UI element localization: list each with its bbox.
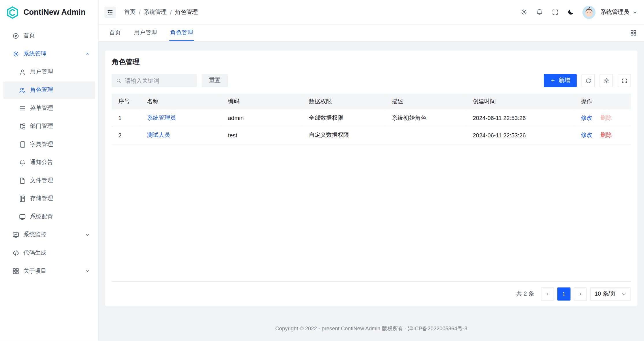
sidebar-item[interactable]: 系统管理: [3, 45, 95, 62]
add-button[interactable]: 新增: [544, 74, 577, 87]
pagination: 共 2 条 1 10 条/页: [112, 287, 631, 301]
sidebar-item[interactable]: 关于项目: [3, 262, 95, 280]
column-header: 数据权限: [302, 94, 385, 109]
bell-icon: [536, 9, 543, 16]
home-icon: [12, 32, 19, 39]
apps-icon: [12, 268, 19, 274]
search-icon: [116, 78, 122, 84]
sidebar-item[interactable]: 文件管理: [3, 172, 95, 189]
sidebar-item-label: 关于项目: [23, 267, 47, 275]
sidebar-item[interactable]: 字典管理: [3, 136, 95, 153]
sidebar-item-label: 系统配置: [30, 213, 53, 220]
user-icon: [19, 69, 26, 75]
toolbar-actions: 新增: [544, 74, 631, 87]
page-title: 角色管理: [112, 57, 631, 67]
tab-label: 用户管理: [134, 29, 157, 37]
sidebar-item[interactable]: 部门管理: [3, 118, 95, 135]
copyright-text: Copyright © 2022 - present ContiNew Admi…: [275, 325, 467, 332]
sidebar-item[interactable]: 通知公告: [3, 154, 95, 171]
logo[interactable]: ContiNew Admin: [0, 0, 98, 25]
sidebar-item[interactable]: 代码生成: [3, 244, 95, 261]
page-size-value: 10 条/页: [595, 290, 616, 298]
tabs: 首页 用户管理 角色管理: [103, 25, 199, 41]
roles-table: 序号 名称 编码 数据权限 描述 创建时间: [112, 94, 631, 282]
sidebar-item[interactable]: 系统监控: [3, 226, 95, 244]
refresh-icon: [585, 78, 591, 84]
dark-mode-button[interactable]: [563, 5, 577, 19]
book-icon: [19, 141, 26, 148]
column-settings-button[interactable]: [600, 74, 613, 87]
breadcrumb-item[interactable]: 角色管理: [175, 8, 198, 16]
file-icon: [19, 177, 26, 184]
column-header: 创建时间: [466, 94, 574, 109]
cell-name: 系统管理员: [140, 109, 221, 127]
role-name-link[interactable]: 系统管理员: [147, 114, 176, 121]
tab-actions-button[interactable]: [628, 25, 638, 41]
apps-icon: [630, 30, 637, 36]
column-header: 名称: [140, 94, 221, 109]
table-fullscreen-button[interactable]: [618, 74, 631, 87]
avatar[interactable]: [582, 5, 595, 19]
fullscreen-icon: [621, 78, 627, 84]
page-size-select[interactable]: 10 条/页: [590, 287, 631, 301]
topbar-actions: 系统管理员: [517, 5, 637, 19]
refresh-button[interactable]: [582, 74, 595, 87]
column-header: 描述: [385, 94, 466, 109]
delete-action[interactable]: 删除: [600, 114, 612, 121]
sidebar-item[interactable]: 系统配置: [3, 208, 95, 225]
code-icon: [12, 249, 19, 256]
sidebar-item-label: 系统管理: [23, 50, 47, 58]
sidebar-item[interactable]: 首页: [3, 27, 95, 45]
tab[interactable]: 首页: [103, 25, 127, 41]
table-row[interactable]: 2 测试人员 test 自定义数据权限 2024-06-11 22:53:26 …: [112, 127, 631, 144]
sidebar-item-label: 部门管理: [30, 123, 53, 130]
chevron-up-icon: [85, 51, 90, 56]
notifications-button[interactable]: [532, 5, 546, 19]
cell-created: 2024-06-11 22:53:26: [466, 109, 574, 127]
settings-icon: [603, 78, 609, 84]
search-box: [112, 74, 197, 87]
cell-index: 1: [112, 109, 141, 127]
add-button-label: 新增: [558, 77, 570, 84]
menu-fold-button[interactable]: [104, 6, 116, 18]
sidebar: ContiNew Admin 首页 系统管理 用户管理: [0, 0, 99, 341]
cell-code: test: [221, 127, 302, 144]
breadcrumb-separator: /: [139, 9, 141, 16]
edit-action[interactable]: 修改: [581, 114, 592, 121]
current-page-button[interactable]: 1: [557, 287, 570, 301]
monitor-icon: [12, 231, 19, 238]
tab[interactable]: 用户管理: [127, 25, 164, 41]
sidebar-item[interactable]: 菜单管理: [3, 99, 95, 117]
user-name[interactable]: 系统管理员: [600, 8, 629, 16]
sidebar-item[interactable]: 存储管理: [3, 190, 95, 207]
sidebar-item-label: 用户管理: [30, 68, 53, 76]
sidebar-item-label: 代码生成: [23, 249, 47, 257]
content-area: 角色管理 重置 新增: [99, 42, 644, 341]
chevron-down-icon: [632, 10, 637, 14]
settings-icon: [12, 50, 19, 57]
column-header: 序号: [112, 94, 141, 109]
list-icon: [19, 105, 26, 112]
sidebar-item[interactable]: 用户管理: [3, 63, 95, 81]
storage-icon: [19, 195, 26, 202]
tab[interactable]: 角色管理: [164, 25, 200, 41]
chevron-down-icon: [85, 232, 90, 237]
table-row[interactable]: 1 系统管理员 admin 全部数据权限 系统初始角色 2024-06-11 2…: [112, 109, 631, 127]
breadcrumb-item[interactable]: 首页: [124, 8, 136, 16]
column-header: 操作: [574, 94, 631, 109]
search-input[interactable]: [125, 77, 193, 84]
settings-button[interactable]: [517, 5, 530, 19]
cell-created: 2024-06-11 22:53:26: [466, 127, 574, 144]
sidebar-item-label: 菜单管理: [30, 104, 53, 112]
next-page-button[interactable]: [574, 287, 587, 301]
delete-action[interactable]: 删除: [600, 132, 612, 138]
reset-button[interactable]: 重置: [202, 74, 228, 87]
fullscreen-button[interactable]: [548, 5, 562, 19]
sidebar-item[interactable]: 角色管理: [3, 81, 95, 99]
main-area: 首页 / 系统管理 / 角色管理 系统管理员: [99, 0, 644, 341]
breadcrumb-item[interactable]: 系统管理: [144, 8, 167, 16]
prev-page-button[interactable]: [541, 287, 554, 301]
edit-action[interactable]: 修改: [581, 132, 592, 138]
role-name-link[interactable]: 测试人员: [147, 132, 170, 138]
total-count: 共 2 条: [516, 290, 534, 298]
